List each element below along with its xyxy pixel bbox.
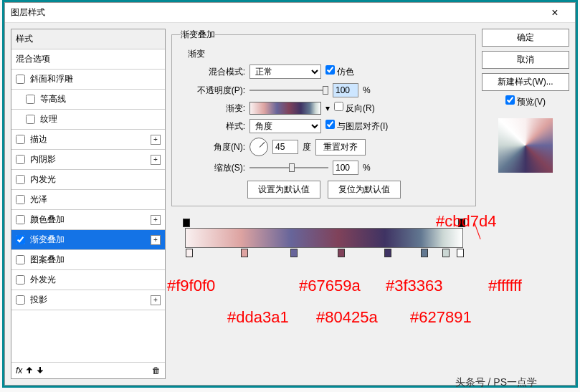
gradient-overlay-group: 渐变叠加 渐变 混合模式: 正常 仿色 不透明度(P): % 渐变: ▾ 反向(… xyxy=(171,29,476,206)
reset-default-button[interactable]: 复位为默认值 xyxy=(328,181,401,199)
contour-checkbox[interactable] xyxy=(26,95,35,104)
percent-label: % xyxy=(363,85,371,95)
dialog-title: 图层样式 xyxy=(11,6,45,19)
align-checkbox[interactable] xyxy=(325,120,335,129)
blend-mode-label: 混合模式: xyxy=(181,66,245,78)
sidebar-stroke[interactable]: 描边+ xyxy=(11,130,165,150)
color-stop-2[interactable] xyxy=(241,249,248,257)
pattern-overlay-checkbox[interactable] xyxy=(16,255,25,264)
close-icon[interactable]: × xyxy=(541,6,569,19)
preview-option[interactable]: 预览(V) xyxy=(482,95,569,108)
stroke-checkbox[interactable] xyxy=(16,135,25,144)
layer-style-dialog: 图层样式 × 样式 混合选项 斜面和浮雕 等高线 纹理 描边+ 内阴影+ 内发光… xyxy=(4,2,576,386)
reverse-checkbox[interactable] xyxy=(334,102,343,111)
sidebar-gradient-overlay[interactable]: 渐变叠加+ xyxy=(11,230,165,250)
new-style-button[interactable]: 新建样式(W)... xyxy=(482,73,569,91)
gradient-editor xyxy=(171,228,476,248)
set-default-button[interactable]: 设置为默认值 xyxy=(247,181,320,199)
section-subtitle: 渐变 xyxy=(188,48,467,60)
angle-dial[interactable] xyxy=(249,138,268,156)
inner-shadow-checkbox[interactable] xyxy=(16,155,25,164)
sidebar-outer-glow[interactable]: 外发光 xyxy=(11,270,165,290)
sidebar-pattern-overlay[interactable]: 图案叠加 xyxy=(11,250,165,270)
angle-unit: 度 xyxy=(303,141,311,153)
sidebar-satin[interactable]: 光泽 xyxy=(11,190,165,210)
satin-checkbox[interactable] xyxy=(16,195,25,204)
blend-mode-select[interactable]: 正常 xyxy=(249,64,321,79)
drop-shadow-checkbox[interactable] xyxy=(16,295,25,305)
color-stop-6[interactable] xyxy=(421,249,428,257)
dither-option[interactable]: 仿色 xyxy=(325,65,354,78)
opacity-stop-left[interactable] xyxy=(183,219,190,227)
gradient-picker[interactable] xyxy=(249,102,321,115)
up-arrow-icon[interactable]: 🠉 xyxy=(25,365,34,376)
titlebar: 图层样式 × xyxy=(5,3,575,23)
inner-glow-checkbox[interactable] xyxy=(16,175,25,184)
scale-input[interactable] xyxy=(333,161,358,175)
scale-label: 缩放(S): xyxy=(181,162,245,174)
cancel-button[interactable]: 取消 xyxy=(482,51,569,69)
sidebar-drop-shadow[interactable]: 投影+ xyxy=(11,290,165,310)
gradient-bar[interactable] xyxy=(185,228,463,248)
outer-glow-checkbox[interactable] xyxy=(16,275,25,285)
reset-align-button[interactable]: 重置对齐 xyxy=(315,139,366,156)
sidebar-footer: fx 🠉 🠋 🗑 xyxy=(11,362,165,378)
add-inner-shadow-icon[interactable]: + xyxy=(151,155,161,165)
ok-button[interactable]: 确定 xyxy=(482,29,569,47)
style-label: 样式: xyxy=(181,120,245,133)
gradient-label: 渐变: xyxy=(181,102,245,115)
fx-icon[interactable]: fx xyxy=(16,365,22,376)
sidebar-inner-glow[interactable]: 内发光 xyxy=(11,170,165,190)
add-gradient-overlay-icon[interactable]: + xyxy=(151,235,161,245)
texture-checkbox[interactable] xyxy=(26,115,35,124)
color-overlay-checkbox[interactable] xyxy=(16,215,25,224)
section-title: 渐变叠加 xyxy=(181,29,215,41)
add-color-overlay-icon[interactable]: + xyxy=(151,215,161,225)
angle-label: 角度(N): xyxy=(181,141,245,153)
scale-thumb[interactable] xyxy=(289,163,295,172)
sidebar-blend-options[interactable]: 混合选项 xyxy=(11,49,165,70)
opacity-stop-right[interactable] xyxy=(458,219,465,227)
angle-input[interactable] xyxy=(272,140,298,154)
sidebar-contour[interactable]: 等高线 xyxy=(11,90,165,110)
dither-checkbox[interactable] xyxy=(325,65,335,75)
color-stop-3[interactable] xyxy=(290,249,298,257)
watermark: 头条号 / PS一点学 xyxy=(455,376,537,389)
opacity-thumb[interactable] xyxy=(323,86,328,95)
right-panel: 确定 取消 新建样式(W)... 预览(V) xyxy=(482,29,569,379)
sidebar-inner-shadow[interactable]: 内阴影+ xyxy=(11,150,165,170)
sidebar-texture[interactable]: 纹理 xyxy=(11,110,165,130)
preview-checkbox[interactable] xyxy=(505,95,515,105)
color-stop-8[interactable] xyxy=(457,249,464,257)
opacity-slider[interactable] xyxy=(249,90,328,91)
bevel-checkbox[interactable] xyxy=(16,75,25,84)
sidebar-color-overlay[interactable]: 颜色叠加+ xyxy=(11,210,165,230)
align-layer-option[interactable]: 与图层对齐(I) xyxy=(325,120,388,133)
percent-label-2: % xyxy=(363,163,371,173)
add-stroke-icon[interactable]: + xyxy=(151,135,161,145)
color-stop-1[interactable] xyxy=(186,249,193,257)
color-stop-4[interactable] xyxy=(338,249,345,257)
sidebar-bevel[interactable]: 斜面和浮雕 xyxy=(11,70,165,90)
center-panel: 渐变叠加 渐变 混合模式: 正常 仿色 不透明度(P): % 渐变: ▾ 反向(… xyxy=(171,29,476,379)
opacity-label: 不透明度(P): xyxy=(181,85,245,97)
add-drop-shadow-icon[interactable]: + xyxy=(151,295,161,305)
style-list: 样式 混合选项 斜面和浮雕 等高线 纹理 描边+ 内阴影+ 内发光 光泽 颜色叠… xyxy=(11,29,166,379)
preview-swatch xyxy=(498,118,553,173)
opacity-input[interactable] xyxy=(333,83,358,97)
style-select[interactable]: 角度 xyxy=(249,119,321,133)
color-stop-5[interactable] xyxy=(384,249,391,257)
sidebar-header: 样式 xyxy=(11,29,165,49)
dropdown-icon[interactable]: ▾ xyxy=(325,103,330,113)
reverse-option[interactable]: 反向(R) xyxy=(334,102,375,115)
scale-slider[interactable] xyxy=(249,167,328,168)
color-stop-7[interactable] xyxy=(442,249,450,257)
trash-icon[interactable]: 🗑 xyxy=(152,365,161,376)
down-arrow-icon[interactable]: 🠋 xyxy=(36,365,44,376)
gradient-overlay-checkbox[interactable] xyxy=(16,235,25,244)
